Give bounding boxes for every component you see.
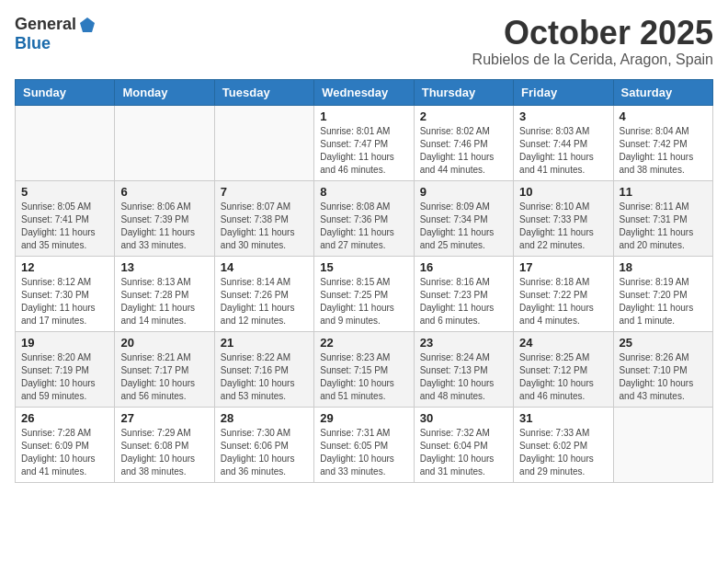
calendar-cell: 16Sunrise: 8:16 AM Sunset: 7:23 PM Dayli… <box>414 256 513 331</box>
day-info: Sunrise: 8:22 AM Sunset: 7:16 PM Dayligh… <box>221 351 308 403</box>
day-info: Sunrise: 8:21 AM Sunset: 7:17 PM Dayligh… <box>120 351 208 403</box>
calendar-cell: 6Sunrise: 8:06 AM Sunset: 7:39 PM Daylig… <box>115 180 214 256</box>
title-block: October 2025 Rubielos de la Cerida, Arag… <box>472 15 713 68</box>
calendar-cell <box>214 105 313 180</box>
day-info: Sunrise: 8:01 AM Sunset: 7:47 PM Dayligh… <box>320 125 407 177</box>
weekday-header-monday: Monday <box>115 79 214 105</box>
day-info: Sunrise: 8:14 AM Sunset: 7:26 PM Dayligh… <box>221 276 308 327</box>
calendar-cell <box>16 105 115 180</box>
calendar-week-row: 12Sunrise: 8:12 AM Sunset: 7:30 PM Dayli… <box>16 256 713 331</box>
day-number: 22 <box>320 336 407 350</box>
day-number: 4 <box>620 109 707 123</box>
calendar-cell: 7Sunrise: 8:07 AM Sunset: 7:38 PM Daylig… <box>214 180 313 256</box>
calendar-cell: 3Sunrise: 8:03 AM Sunset: 7:44 PM Daylig… <box>514 105 613 180</box>
day-number: 23 <box>420 336 507 350</box>
calendar-cell: 27Sunrise: 7:29 AM Sunset: 6:08 PM Dayli… <box>115 407 214 482</box>
calendar-cell: 1Sunrise: 8:01 AM Sunset: 7:47 PM Daylig… <box>314 105 414 180</box>
day-info: Sunrise: 8:18 AM Sunset: 7:22 PM Dayligh… <box>519 276 607 327</box>
day-number: 26 <box>21 411 108 425</box>
day-info: Sunrise: 7:28 AM Sunset: 6:09 PM Dayligh… <box>21 427 108 478</box>
day-number: 16 <box>420 260 507 274</box>
calendar-cell: 11Sunrise: 8:11 AM Sunset: 7:31 PM Dayli… <box>613 180 712 256</box>
day-number: 28 <box>221 411 308 425</box>
day-number: 29 <box>320 411 407 425</box>
calendar-cell: 25Sunrise: 8:26 AM Sunset: 7:10 PM Dayli… <box>613 331 712 407</box>
day-info: Sunrise: 8:02 AM Sunset: 7:46 PM Dayligh… <box>420 125 507 177</box>
day-number: 6 <box>120 185 208 199</box>
day-info: Sunrise: 8:13 AM Sunset: 7:28 PM Dayligh… <box>120 276 208 327</box>
day-number: 1 <box>320 109 407 123</box>
calendar-cell: 9Sunrise: 8:09 AM Sunset: 7:34 PM Daylig… <box>414 180 513 256</box>
month-title: October 2025 <box>472 15 713 52</box>
calendar-cell: 12Sunrise: 8:12 AM Sunset: 7:30 PM Dayli… <box>16 256 115 331</box>
day-info: Sunrise: 8:06 AM Sunset: 7:39 PM Dayligh… <box>120 201 208 252</box>
day-number: 15 <box>320 260 407 274</box>
calendar-cell: 31Sunrise: 7:33 AM Sunset: 6:02 PM Dayli… <box>514 407 613 482</box>
day-info: Sunrise: 8:05 AM Sunset: 7:41 PM Dayligh… <box>21 201 108 252</box>
day-number: 14 <box>221 260 308 274</box>
day-info: Sunrise: 8:09 AM Sunset: 7:34 PM Dayligh… <box>420 201 507 252</box>
calendar-cell: 2Sunrise: 8:02 AM Sunset: 7:46 PM Daylig… <box>414 105 513 180</box>
weekday-header-wednesday: Wednesday <box>314 79 414 105</box>
day-number: 8 <box>320 185 407 199</box>
logo: General Blue <box>15 15 97 53</box>
day-info: Sunrise: 8:07 AM Sunset: 7:38 PM Dayligh… <box>221 201 308 252</box>
location-title: Rubielos de la Cerida, Aragon, Spain <box>472 52 713 68</box>
day-info: Sunrise: 8:24 AM Sunset: 7:13 PM Dayligh… <box>420 351 507 403</box>
day-info: Sunrise: 8:12 AM Sunset: 7:30 PM Dayligh… <box>21 276 108 327</box>
calendar-cell: 5Sunrise: 8:05 AM Sunset: 7:41 PM Daylig… <box>16 180 115 256</box>
day-number: 31 <box>519 411 607 425</box>
day-number: 12 <box>21 260 108 274</box>
weekday-header-friday: Friday <box>514 79 613 105</box>
weekday-header-saturday: Saturday <box>613 79 712 105</box>
calendar-cell: 22Sunrise: 8:23 AM Sunset: 7:15 PM Dayli… <box>314 331 414 407</box>
day-number: 21 <box>221 336 308 350</box>
calendar-cell: 21Sunrise: 8:22 AM Sunset: 7:16 PM Dayli… <box>214 331 313 407</box>
day-info: Sunrise: 8:11 AM Sunset: 7:31 PM Dayligh… <box>620 201 707 252</box>
day-info: Sunrise: 7:31 AM Sunset: 6:05 PM Dayligh… <box>320 427 407 478</box>
day-info: Sunrise: 8:10 AM Sunset: 7:33 PM Dayligh… <box>519 201 607 252</box>
weekday-header-thursday: Thursday <box>414 79 513 105</box>
calendar-cell: 30Sunrise: 7:32 AM Sunset: 6:04 PM Dayli… <box>414 407 513 482</box>
weekday-header-sunday: Sunday <box>16 79 115 105</box>
day-info: Sunrise: 7:32 AM Sunset: 6:04 PM Dayligh… <box>420 427 507 478</box>
weekday-header-row: SundayMondayTuesdayWednesdayThursdayFrid… <box>16 79 713 105</box>
day-info: Sunrise: 7:29 AM Sunset: 6:08 PM Dayligh… <box>120 427 208 478</box>
calendar-cell: 24Sunrise: 8:25 AM Sunset: 7:12 PM Dayli… <box>514 331 613 407</box>
day-number: 3 <box>519 109 607 123</box>
day-number: 2 <box>420 109 507 123</box>
day-info: Sunrise: 8:23 AM Sunset: 7:15 PM Dayligh… <box>320 351 407 403</box>
calendar-cell: 8Sunrise: 8:08 AM Sunset: 7:36 PM Daylig… <box>314 180 414 256</box>
page-header: General Blue October 2025 Rubielos de la… <box>15 15 713 68</box>
day-info: Sunrise: 8:08 AM Sunset: 7:36 PM Dayligh… <box>320 201 407 252</box>
day-info: Sunrise: 7:33 AM Sunset: 6:02 PM Dayligh… <box>519 427 607 478</box>
day-number: 25 <box>620 336 707 350</box>
day-info: Sunrise: 8:25 AM Sunset: 7:12 PM Dayligh… <box>519 351 607 403</box>
day-number: 30 <box>420 411 507 425</box>
day-info: Sunrise: 8:03 AM Sunset: 7:44 PM Dayligh… <box>519 125 607 177</box>
day-number: 19 <box>21 336 108 350</box>
day-number: 20 <box>120 336 208 350</box>
logo-blue: Blue <box>15 34 97 53</box>
day-number: 17 <box>519 260 607 274</box>
calendar-table: SundayMondayTuesdayWednesdayThursdayFrid… <box>15 79 713 483</box>
calendar-cell: 28Sunrise: 7:30 AM Sunset: 6:06 PM Dayli… <box>214 407 313 482</box>
day-info: Sunrise: 8:15 AM Sunset: 7:25 PM Dayligh… <box>320 276 407 327</box>
day-info: Sunrise: 8:16 AM Sunset: 7:23 PM Dayligh… <box>420 276 507 327</box>
calendar-cell: 19Sunrise: 8:20 AM Sunset: 7:19 PM Dayli… <box>16 331 115 407</box>
logo-flag-icon <box>78 16 97 34</box>
day-number: 27 <box>120 411 208 425</box>
calendar-week-row: 26Sunrise: 7:28 AM Sunset: 6:09 PM Dayli… <box>16 407 713 482</box>
calendar-cell: 10Sunrise: 8:10 AM Sunset: 7:33 PM Dayli… <box>514 180 613 256</box>
calendar-cell: 14Sunrise: 8:14 AM Sunset: 7:26 PM Dayli… <box>214 256 313 331</box>
day-number: 10 <box>519 185 607 199</box>
calendar-cell: 17Sunrise: 8:18 AM Sunset: 7:22 PM Dayli… <box>514 256 613 331</box>
day-info: Sunrise: 7:30 AM Sunset: 6:06 PM Dayligh… <box>221 427 308 478</box>
calendar-cell: 15Sunrise: 8:15 AM Sunset: 7:25 PM Dayli… <box>314 256 414 331</box>
calendar-week-row: 1Sunrise: 8:01 AM Sunset: 7:47 PM Daylig… <box>16 105 713 180</box>
calendar-cell: 23Sunrise: 8:24 AM Sunset: 7:13 PM Dayli… <box>414 331 513 407</box>
calendar-cell <box>115 105 214 180</box>
day-number: 13 <box>120 260 208 274</box>
day-number: 24 <box>519 336 607 350</box>
calendar-cell: 13Sunrise: 8:13 AM Sunset: 7:28 PM Dayli… <box>115 256 214 331</box>
